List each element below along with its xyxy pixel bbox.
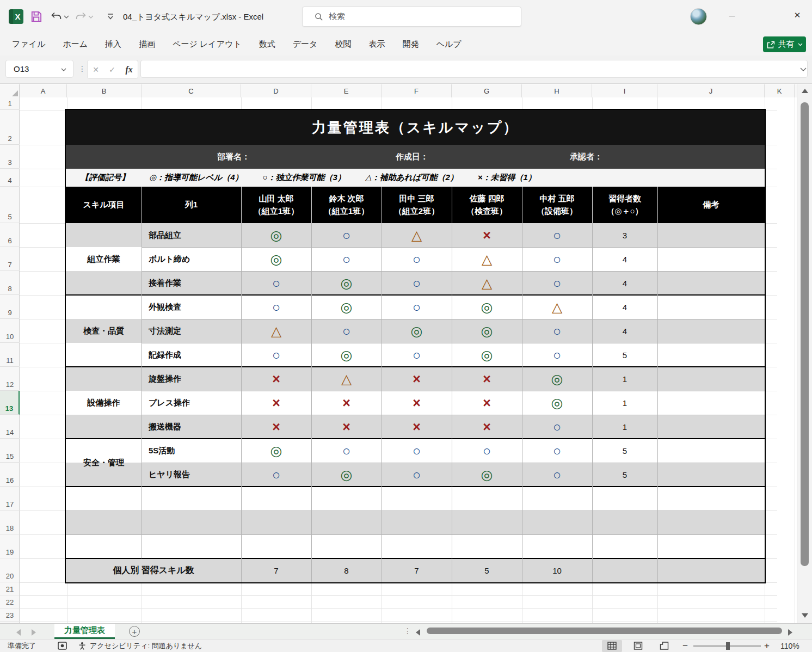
macro-record-icon[interactable] [58, 639, 67, 652]
insert-function-icon[interactable]: fx [125, 65, 132, 75]
mark-cell[interactable]: ◎ [311, 463, 382, 487]
tabbar-grip[interactable]: ⋮ [404, 626, 411, 635]
row-header-8[interactable]: 8 [0, 271, 20, 295]
column-header-C[interactable]: C [142, 84, 241, 97]
mark-cell[interactable]: ◎ [382, 319, 452, 343]
formula-input[interactable] [140, 60, 808, 78]
row-header-15[interactable]: 15 [0, 439, 20, 463]
column-header-D[interactable]: D [241, 84, 311, 97]
mark-cell[interactable]: △ [241, 319, 311, 343]
row-header-7[interactable]: 7 [0, 247, 20, 271]
ribbon-tab-11[interactable]: ヘルプ [427, 34, 470, 55]
mark-cell[interactable]: ◎ [452, 319, 522, 343]
scroll-down-icon[interactable] [802, 613, 808, 618]
count-cell[interactable]: 5 [592, 343, 657, 367]
accessibility-icon[interactable] [78, 639, 87, 652]
mark-cell[interactable]: ○ [382, 343, 452, 367]
mark-cell[interactable]: △ [522, 295, 592, 319]
skill-cell[interactable]: プレス操作 [142, 391, 241, 415]
mark-cell[interactable]: ○ [522, 415, 592, 439]
vertical-scroll-thumb[interactable] [801, 102, 809, 566]
row-header-1[interactable]: 1 [0, 97, 20, 110]
empty-row[interactable] [66, 534, 765, 558]
select-all-corner[interactable] [0, 84, 20, 97]
expand-formula-bar-icon[interactable] [800, 67, 807, 72]
mark-cell[interactable]: ○ [382, 463, 452, 487]
row-header-22[interactable]: 22 [0, 595, 20, 608]
mark-cell[interactable]: × [241, 367, 311, 391]
mark-cell[interactable]: ○ [522, 223, 592, 247]
mark-cell[interactable]: × [382, 367, 452, 391]
count-cell[interactable]: 4 [592, 271, 657, 295]
mark-cell[interactable]: × [452, 415, 522, 439]
row-header-21[interactable]: 21 [0, 582, 20, 595]
count-cell[interactable]: 1 [592, 391, 657, 415]
mark-cell[interactable]: ○ [382, 271, 452, 295]
count-cell[interactable]: 3 [592, 223, 657, 247]
mark-cell[interactable]: ○ [311, 247, 382, 271]
column-header-I[interactable]: I [592, 84, 657, 97]
mark-cell[interactable]: ○ [382, 247, 452, 271]
quick-access-customize-icon[interactable] [107, 13, 114, 20]
mark-cell[interactable]: × [241, 391, 311, 415]
row-header-2[interactable]: 2 [0, 110, 20, 145]
mark-cell[interactable]: ○ [311, 439, 382, 463]
mark-cell[interactable]: × [382, 415, 452, 439]
close-button[interactable]: ✕ [785, 0, 810, 30]
column-header-F[interactable]: F [382, 84, 452, 97]
zoom-in-button[interactable]: + [764, 639, 770, 652]
empty-row[interactable] [66, 487, 765, 510]
row-header-20[interactable]: 20 [0, 558, 20, 582]
view-normal-icon[interactable] [607, 639, 617, 652]
mark-cell[interactable]: △ [311, 367, 382, 391]
zoom-level[interactable]: 110% [780, 639, 799, 652]
mark-cell[interactable]: ○ [522, 463, 592, 487]
ribbon-tab-1[interactable]: ファイル [3, 34, 54, 55]
undo-icon[interactable] [51, 11, 62, 22]
mark-cell[interactable]: ○ [522, 271, 592, 295]
skill-cell[interactable]: 寸法測定 [142, 319, 241, 343]
skill-cell[interactable]: 旋盤操作 [142, 367, 241, 391]
skill-cell[interactable]: 部品組立 [142, 223, 241, 247]
mark-cell[interactable]: × [452, 367, 522, 391]
ribbon-tab-3[interactable]: 挿入 [96, 34, 130, 55]
ribbon-tab-6[interactable]: 数式 [250, 34, 284, 55]
mark-cell[interactable]: ○ [241, 343, 311, 367]
mark-cell[interactable]: ◎ [311, 295, 382, 319]
row-header-10[interactable]: 10 [0, 319, 20, 343]
row-header-23[interactable]: 23 [0, 608, 20, 622]
mark-cell[interactable]: × [452, 391, 522, 415]
mark-cell[interactable]: × [311, 415, 382, 439]
mark-cell[interactable]: ◎ [522, 367, 592, 391]
formula-bar-grip[interactable]: ⋮ [78, 64, 86, 73]
row-header-18[interactable]: 18 [0, 510, 20, 534]
count-cell[interactable]: 1 [592, 415, 657, 439]
skill-cell[interactable]: 搬送機器 [142, 415, 241, 439]
mark-cell[interactable]: ○ [522, 319, 592, 343]
search-box[interactable]: 検索 [302, 7, 521, 27]
count-cell[interactable]: 4 [592, 247, 657, 271]
mark-cell[interactable]: ○ [311, 319, 382, 343]
column-header-B[interactable]: B [67, 84, 142, 97]
mark-cell[interactable]: ◎ [241, 247, 311, 271]
mark-cell[interactable]: ○ [522, 247, 592, 271]
row-header-17[interactable]: 17 [0, 487, 20, 510]
skill-cell[interactable]: 接着作業 [142, 271, 241, 295]
mark-cell[interactable]: △ [452, 247, 522, 271]
sheet-tab-active[interactable]: 力量管理表 [54, 624, 115, 639]
mark-cell[interactable]: ◎ [311, 343, 382, 367]
mark-cell[interactable]: ◎ [311, 271, 382, 295]
mark-cell[interactable]: × [382, 391, 452, 415]
mark-cell[interactable]: ◎ [452, 343, 522, 367]
mark-cell[interactable]: ○ [241, 271, 311, 295]
mark-cell[interactable]: △ [452, 271, 522, 295]
mark-cell[interactable]: × [452, 223, 522, 247]
mark-cell[interactable]: ○ [382, 295, 452, 319]
row-header-12[interactable]: 12 [0, 367, 20, 391]
vertical-scrollbar[interactable] [797, 84, 812, 623]
sheet-nav-left-icon[interactable] [16, 629, 21, 636]
skill-cell[interactable]: 記録作成 [142, 343, 241, 367]
sheet-nav-right-icon[interactable] [32, 629, 36, 636]
empty-row[interactable] [66, 510, 765, 534]
row-header-5[interactable]: 5 [0, 187, 20, 223]
